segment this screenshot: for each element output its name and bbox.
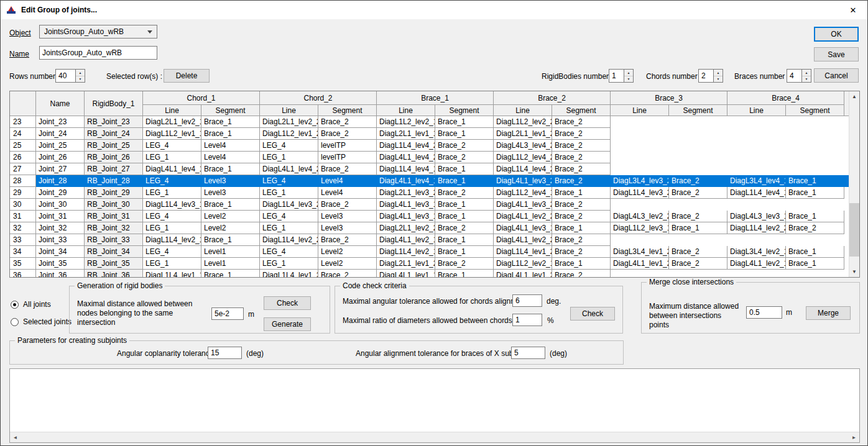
cell-rigidbody[interactable]: RB_Joint_36 — [85, 270, 143, 277]
table-row[interactable]: 36Joint_36RB_Joint_36DiagL1L4_lev1_1Brac… — [10, 270, 849, 277]
cell[interactable]: Brace_2 — [318, 234, 377, 246]
cell[interactable]: DiagL2L1_lev1_2 — [494, 128, 552, 140]
spinner-arrows[interactable]: ▲ ▼ — [75, 70, 85, 82]
horizontal-scrollbar[interactable]: ◄ ► — [10, 432, 859, 442]
cell[interactable]: Brace_1 — [786, 211, 844, 222]
cell[interactable]: Brace_2 — [552, 199, 611, 211]
cell[interactable]: DiagL2L1_lev2_2 — [260, 116, 318, 128]
cell[interactable]: LEG_1 — [143, 258, 201, 270]
angular-tolerance-chords-input[interactable] — [512, 294, 542, 307]
table-row[interactable]: 28Joint_28RB_Joint_28LEG_4Level3LEG_4Lev… — [10, 175, 849, 187]
cell[interactable]: Brace_2 — [435, 187, 494, 199]
cell[interactable]: Brace_1 — [786, 246, 844, 258]
cell[interactable] — [727, 140, 786, 152]
cell[interactable]: Level2 — [318, 246, 377, 258]
sub-header[interactable]: Line — [727, 105, 786, 116]
cell[interactable]: DiagL4L1_lev4_2 — [377, 152, 435, 163]
cell[interactable]: Brace_1 — [435, 116, 494, 128]
cell[interactable] — [611, 234, 669, 246]
cell[interactable] — [669, 116, 727, 128]
radio-selected-joints[interactable]: Selected joints — [11, 317, 72, 326]
row-number[interactable]: 34 — [10, 246, 36, 258]
cell-rigidbody[interactable]: RB_Joint_30 — [85, 199, 143, 211]
cell[interactable]: Brace_2 — [435, 140, 494, 152]
cell[interactable]: Level4 — [318, 175, 377, 187]
radio-all-joints[interactable]: All joints — [11, 300, 51, 309]
cell[interactable]: Brace_2 — [669, 246, 727, 258]
row-number[interactable]: 26 — [10, 152, 36, 163]
cell[interactable]: DiagL1L2_lev2_1 — [494, 258, 552, 270]
cell-name[interactable]: Joint_31 — [36, 211, 85, 222]
group-header[interactable]: Brace_1 — [377, 91, 494, 105]
cell-name[interactable]: Joint_35 — [36, 258, 85, 270]
cell[interactable] — [786, 128, 844, 140]
cell[interactable]: DiagL1L4_lev2_2 — [260, 234, 318, 246]
row-number[interactable]: 30 — [10, 199, 36, 211]
sub-header[interactable]: Segment — [552, 105, 611, 116]
cell[interactable]: Brace_2 — [552, 211, 611, 222]
cell[interactable] — [786, 140, 844, 152]
ratio-diameters-input[interactable] — [512, 314, 542, 326]
spin-down-icon[interactable]: ▼ — [714, 76, 723, 83]
cell[interactable]: Brace_2 — [318, 163, 377, 175]
cell-rigidbody[interactable]: RB_Joint_25 — [85, 140, 143, 152]
table-row[interactable]: 34Joint_34RB_Joint_34LEG_4Level1LEG_4Lev… — [10, 246, 849, 258]
cell[interactable]: DiagL4L1_lev1_1 — [377, 270, 435, 277]
delete-button[interactable]: Delete — [164, 69, 210, 83]
scroll-up-icon[interactable]: ▲ — [849, 91, 859, 102]
name-input[interactable] — [39, 46, 157, 60]
spin-down-icon[interactable]: ▼ — [76, 76, 85, 83]
alignment-tolerance-input[interactable] — [511, 347, 545, 359]
cell[interactable]: DiagL4L3_lev3_1 — [727, 211, 786, 222]
cell-name[interactable]: Joint_23 — [36, 116, 85, 128]
group-header[interactable]: Brace_2 — [494, 91, 611, 105]
cell[interactable]: Level4 — [201, 152, 260, 163]
cell[interactable]: Brace_1 — [669, 222, 727, 234]
cell[interactable]: Level2 — [201, 211, 260, 222]
cell[interactable]: DiagL1L4_lev1_2 — [260, 270, 318, 277]
cell-name[interactable]: Joint_28 — [36, 175, 85, 187]
cell[interactable] — [786, 199, 844, 211]
cell[interactable] — [727, 234, 786, 246]
table-row[interactable]: 25Joint_25RB_Joint_25LEG_4Level4LEG_4lev… — [10, 140, 849, 152]
cell[interactable] — [786, 234, 844, 246]
spin-up-icon[interactable]: ▲ — [76, 70, 85, 76]
cell[interactable]: DiagL4L1_lev3_1 — [377, 199, 435, 211]
group-header[interactable]: Brace_4 — [727, 91, 844, 105]
cell[interactable]: LEG_4 — [143, 140, 201, 152]
cell-name[interactable]: Joint_27 — [36, 163, 85, 175]
cell[interactable] — [611, 116, 669, 128]
table-row[interactable]: 26Joint_26RB_Joint_26LEG_1Level4LEG_1lev… — [10, 152, 849, 163]
cell-rigidbody[interactable]: RB_Joint_34 — [85, 246, 143, 258]
cell[interactable]: Brace_2 — [318, 128, 377, 140]
cell[interactable]: DiagL4L1_lev4_1 — [377, 175, 435, 187]
cell[interactable] — [611, 270, 669, 277]
cell[interactable]: DiagL1L4_lev2_1 — [377, 246, 435, 258]
cell[interactable]: Brace_2 — [435, 152, 494, 163]
column-header[interactable] — [10, 91, 36, 116]
cell-rigidbody[interactable]: RB_Joint_27 — [85, 163, 143, 175]
table-row[interactable]: 24Joint_24RB_Joint_24DiagL1L2_lev1_1Brac… — [10, 128, 849, 140]
cell[interactable]: DiagL4L1_lev4_1 — [143, 163, 201, 175]
sub-header[interactable]: Line — [611, 105, 669, 116]
group-header[interactable]: Brace_3 — [611, 91, 727, 105]
cell[interactable]: DiagL1L4_lev4_2 — [377, 140, 435, 152]
cell[interactable]: DiagL4L1_lev1_2 — [611, 258, 669, 270]
cell[interactable] — [669, 163, 727, 175]
cell[interactable]: Level1 — [201, 258, 260, 270]
cell[interactable]: Brace_1 — [435, 211, 494, 222]
cancel-button[interactable]: Cancel — [814, 68, 859, 83]
cell[interactable]: DiagL1L2_lev3_1 — [611, 222, 669, 234]
sub-header[interactable]: Segment — [786, 105, 844, 116]
cell[interactable] — [727, 116, 786, 128]
cell-name[interactable]: Joint_29 — [36, 187, 85, 199]
cell[interactable] — [727, 270, 786, 277]
rigid-bodies-generate-button[interactable]: Generate — [264, 317, 311, 331]
cell[interactable]: LEG_4 — [143, 175, 201, 187]
cell[interactable] — [786, 270, 844, 277]
sub-header[interactable]: Segment — [435, 105, 494, 116]
message-list[interactable]: ◄ ► — [9, 368, 860, 443]
group-header[interactable]: Chord_1 — [143, 91, 260, 105]
cell[interactable]: Brace_1 — [786, 187, 844, 199]
row-number[interactable]: 27 — [10, 163, 36, 175]
